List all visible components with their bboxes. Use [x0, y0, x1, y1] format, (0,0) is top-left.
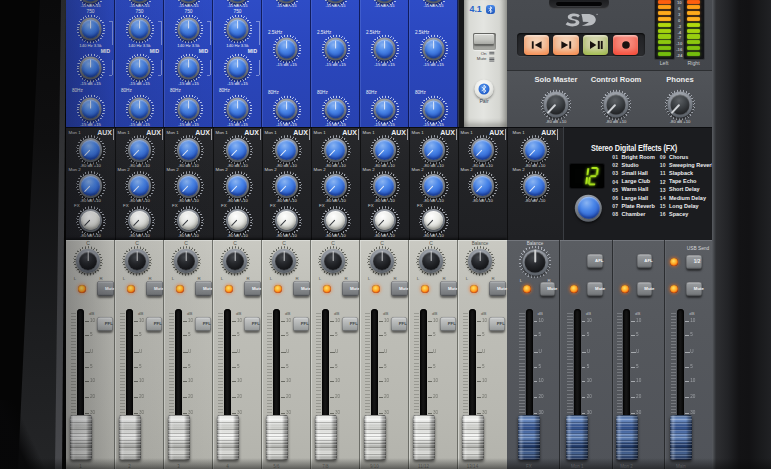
- channel-9-10-fx-knob[interactable]: [370, 206, 400, 236]
- channel-3-fx-knob[interactable]: [174, 206, 204, 236]
- transport-next-button[interactable]: [553, 35, 579, 55]
- fx-return-mon1-knob-cap[interactable]: [525, 140, 544, 159]
- channel-3-pan-knob[interactable]: [171, 246, 201, 276]
- channel-9-10-mon2-knob-cap[interactable]: [375, 176, 394, 195]
- channel-5-6-eq-low-knob-cap[interactable]: [277, 100, 296, 119]
- channel-7-8-mon2-knob-cap[interactable]: [326, 176, 345, 195]
- channel-2-eq-low-knob[interactable]: [125, 95, 154, 124]
- control-room-knob[interactable]: [601, 89, 632, 120]
- channel-3-mon2-knob-cap[interactable]: [179, 176, 198, 195]
- sd-card-slot[interactable]: [549, 0, 609, 9]
- channel-4-pan-knob[interactable]: [220, 246, 250, 276]
- channel-5-6-eq-low-knob[interactable]: [272, 95, 301, 124]
- mon-1-fader-cap[interactable]: [566, 415, 588, 461]
- channel-7-8-eq-low-knob[interactable]: [321, 95, 350, 124]
- channel-5-6-mon2-knob-cap[interactable]: [277, 176, 296, 195]
- channel-5-6-mute-button[interactable]: Mute: [293, 281, 310, 296]
- fx-return-mon2-knob[interactable]: [520, 171, 550, 201]
- channel-5-6-mon2-knob[interactable]: [272, 171, 302, 201]
- channel-9-10-eq-low-knob[interactable]: [370, 95, 399, 124]
- channel-9-10-eq-low-knob-cap[interactable]: [375, 100, 394, 119]
- channel-7-8-fader-cap[interactable]: [315, 415, 337, 461]
- channel-5-6-fx-knob[interactable]: [272, 206, 302, 236]
- channel-1-eq-low-knob[interactable]: [76, 95, 105, 124]
- channel-3-eq-low-knob[interactable]: [174, 95, 203, 124]
- channel-3-pfl-button[interactable]: PFL: [195, 317, 212, 332]
- channel-5-6-pfl-button[interactable]: PFL: [293, 317, 310, 332]
- channel-1-eq-mid-gain-knob[interactable]: [76, 54, 105, 83]
- channel-3-fader-cap[interactable]: [168, 415, 190, 461]
- channel-11-12-fx-knob-cap[interactable]: [424, 211, 443, 230]
- channel-1-eq-low-knob-cap[interactable]: [81, 100, 100, 119]
- channel-13-14-bluetooth-mon2-knob-cap[interactable]: [473, 176, 492, 195]
- channel-2-eq-low-knob-cap[interactable]: [130, 100, 149, 119]
- channel-11-12-pan-knob[interactable]: [416, 246, 446, 276]
- main-fader-cap[interactable]: [670, 415, 692, 461]
- mon-1-mute-button[interactable]: Mute: [587, 282, 603, 297]
- channel-13-14-bluetooth-mon1-knob[interactable]: [468, 135, 498, 165]
- channel-7-8-eq-mid-knob[interactable]: [321, 35, 350, 64]
- channel-2-mon1-knob-cap[interactable]: [130, 140, 149, 159]
- channel-3-fx-knob-cap[interactable]: [179, 211, 198, 230]
- channel-1-fx-knob[interactable]: [76, 206, 106, 236]
- channel-1-pan-knob[interactable]: [73, 246, 103, 276]
- channel-4-fx-knob-cap[interactable]: [228, 211, 247, 230]
- channel-4-eq-mid-gain-knob[interactable]: [223, 54, 252, 83]
- channel-2-pfl-button[interactable]: PFL: [146, 317, 163, 332]
- channel-4-mon1-knob-cap[interactable]: [228, 140, 247, 159]
- usb-send-button[interactable]: 1/2: [686, 255, 702, 270]
- channel-7-8-eq-mid-knob-cap[interactable]: [326, 40, 345, 59]
- channel-11-12-mon2-knob-cap[interactable]: [424, 176, 443, 195]
- channel-11-12-eq-low-knob[interactable]: [419, 95, 448, 124]
- channel-4-fx-knob[interactable]: [223, 206, 253, 236]
- channel-2-eq-mid-gain-knob-cap[interactable]: [130, 59, 149, 78]
- channel-13-14-bluetooth-pfl-button[interactable]: PFL: [489, 317, 506, 332]
- channel-1-mon1-knob[interactable]: [76, 135, 106, 165]
- channel-11-12-mon1-knob-cap[interactable]: [424, 140, 443, 159]
- channel-2-fx-knob[interactable]: [125, 206, 155, 236]
- channel-9-10-eq-mid-knob-cap[interactable]: [375, 40, 394, 59]
- channel-4-mon1-knob[interactable]: [223, 135, 253, 165]
- solo-master-knob[interactable]: [541, 89, 572, 120]
- channel-7-8-eq-low-knob-cap[interactable]: [326, 100, 345, 119]
- channel-5-6-eq-mid-knob[interactable]: [272, 35, 301, 64]
- channel-3-mon1-knob[interactable]: [174, 135, 204, 165]
- channel-1-mon2-knob-cap[interactable]: [81, 176, 100, 195]
- channel-11-12-eq-low-knob-cap[interactable]: [424, 100, 443, 119]
- channel-11-12-eq-mid-knob-cap[interactable]: [424, 40, 443, 59]
- channel-11-12-fader-cap[interactable]: [413, 415, 435, 461]
- channel-2-mon2-knob[interactable]: [125, 171, 155, 201]
- channel-9-10-mon1-knob[interactable]: [370, 135, 400, 165]
- channel-7-8-mon2-knob[interactable]: [321, 171, 351, 201]
- channel-11-12-mon2-knob[interactable]: [419, 171, 449, 201]
- channel-2-mute-button[interactable]: Mute: [146, 281, 163, 296]
- channel-4-fader-cap[interactable]: [217, 415, 239, 461]
- channel-1-pfl-button[interactable]: PFL: [97, 317, 114, 332]
- channel-7-8-mon1-knob-cap[interactable]: [326, 140, 345, 159]
- channel-1-fx-knob-cap[interactable]: [81, 211, 100, 230]
- channel-3-eq-low-knob-cap[interactable]: [179, 100, 198, 119]
- channel-11-12-fx-knob[interactable]: [419, 206, 449, 236]
- channel-4-eq-low-knob[interactable]: [223, 95, 252, 124]
- fx-return-balance-knob-cap[interactable]: [525, 252, 546, 273]
- channel-5-6-pan-knob[interactable]: [269, 246, 299, 276]
- channel-7-8-mon1-knob[interactable]: [321, 135, 351, 165]
- channel-3-eq-mid-gain-knob-cap[interactable]: [179, 59, 198, 78]
- fx-return-fader-cap[interactable]: [518, 415, 540, 461]
- channel-5-6-eq-mid-knob-cap[interactable]: [277, 40, 296, 59]
- mon-2-mute-button[interactable]: Mute: [637, 282, 653, 297]
- channel-11-12-mute-button[interactable]: Mute: [440, 281, 457, 296]
- channel-2-fx-knob-cap[interactable]: [130, 211, 149, 230]
- mon-2-afl-button[interactable]: AFL: [637, 254, 653, 269]
- channel-4-eq-low-knob-cap[interactable]: [228, 100, 247, 119]
- channel-2-eq-mid-gain-knob[interactable]: [125, 54, 154, 83]
- channel-9-10-fx-knob-cap[interactable]: [375, 211, 394, 230]
- channel-3-eq-mid-freq-knob[interactable]: [174, 15, 203, 44]
- channel-1-fader-cap[interactable]: [70, 415, 92, 461]
- channel-1-mon1-knob-cap[interactable]: [81, 140, 100, 159]
- channel-1-eq-mid-freq-knob-cap[interactable]: [81, 20, 100, 39]
- channel-4-eq-mid-freq-knob-cap[interactable]: [228, 20, 247, 39]
- channel-13-14-bluetooth-mute-button[interactable]: Mute: [489, 281, 506, 296]
- fx-return-mon1-knob[interactable]: [520, 135, 550, 165]
- channel-2-eq-mid-freq-knob[interactable]: [125, 15, 154, 44]
